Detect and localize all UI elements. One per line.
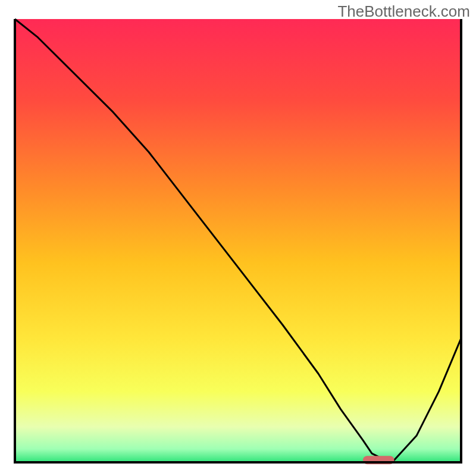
gradient-background <box>15 19 461 462</box>
chart-container: TheBottleneck.com <box>0 0 476 476</box>
attribution-text: TheBottleneck.com <box>337 2 470 21</box>
bottleneck-chart <box>0 0 476 476</box>
